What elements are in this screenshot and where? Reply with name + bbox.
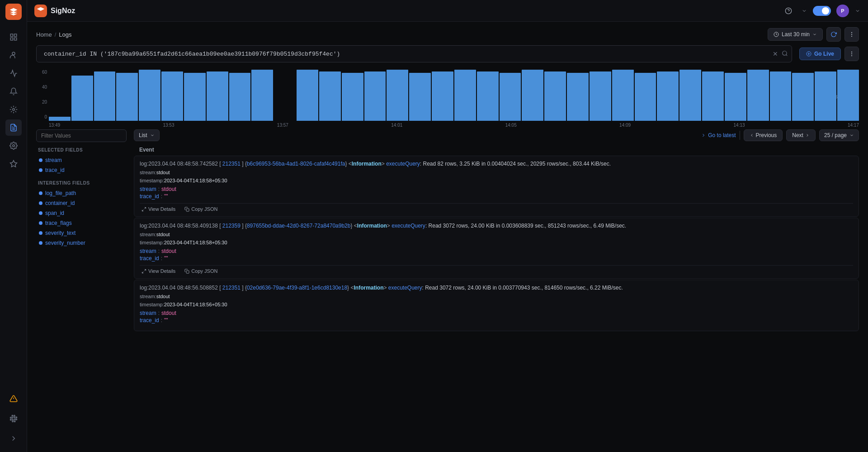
log-fields-1: stream : stdout trace_id : "" [140, 186, 853, 200]
log-guid-2: 897655bd-ddae-42d0-8267-72a8470a9b2b [247, 223, 351, 229]
field-name-log-file-path: log_file_path [45, 190, 76, 196]
user-chevron-icon[interactable] [854, 4, 861, 18]
search-bar-wrapper: ✕ Go Live [27, 45, 868, 66]
search-input[interactable] [40, 51, 773, 57]
nav-metrics-icon[interactable] [5, 65, 22, 81]
field-dot-log-file-path [39, 191, 42, 195]
svg-rect-30 [186, 271, 189, 273]
chart-y-40: 40 [36, 85, 47, 90]
topbar-right: P [781, 4, 861, 18]
view-selector[interactable]: List [134, 129, 160, 141]
refresh-button[interactable] [826, 27, 841, 42]
chart-bar-35 [837, 70, 859, 121]
view-details-btn-1[interactable]: View Details [140, 205, 177, 213]
log-timestamp-2: timestamp:2023-04-04T14:18:58+05:30 [140, 240, 853, 245]
chart-bar-13 [342, 73, 363, 121]
chart-bar-22 [544, 71, 566, 121]
nav-settings-icon[interactable] [5, 138, 22, 154]
chart-area: 60 40 20 0 13:49 13:53 13:57 14:01 14:05 [27, 66, 868, 129]
chart-bar-34 [815, 71, 836, 121]
more-button[interactable] [844, 27, 859, 42]
log-trace-3: 212351 [222, 285, 241, 291]
nav-explore-icon[interactable] [5, 156, 22, 172]
help-chevron-icon[interactable] [801, 4, 807, 18]
chart-y-60: 60 [36, 70, 47, 75]
svg-point-15 [851, 32, 852, 33]
field-name-span-id: span_id [45, 210, 64, 216]
previous-button[interactable]: Previous [744, 129, 783, 141]
chart-bar-25 [612, 70, 634, 121]
log-actions-2: View Details Copy JSON [140, 265, 853, 275]
view-label: List [139, 132, 147, 138]
time-range-label: Last 30 min [782, 31, 810, 38]
svg-point-5 [12, 109, 14, 111]
time-range-button[interactable]: Last 30 min [768, 28, 823, 41]
search-icon [782, 50, 788, 58]
filter-field-stream[interactable]: stream [36, 155, 127, 165]
next-button[interactable]: Next [786, 129, 816, 141]
log-fields-2: stream : stdout trace_id : "" [140, 248, 853, 262]
log-main-line-1: log:2023.04.04 08:48:58.742582 [ 212351 … [140, 160, 853, 168]
chart-bar-33 [792, 73, 814, 121]
breadcrumb: Home / Logs [36, 31, 72, 38]
event-column-header: Event [134, 145, 859, 156]
filter-field-severity-text[interactable]: severity_text [36, 228, 127, 238]
breadcrumb-home[interactable]: Home [36, 31, 52, 38]
selected-fields-label: SELECTED FIELDS [36, 147, 127, 152]
chart-bar-3 [116, 73, 138, 121]
nav-alerts-icon[interactable] [5, 83, 22, 100]
field-name-trace-id: trace_id [45, 167, 65, 173]
nav-traces-icon[interactable] [5, 101, 22, 118]
app-logo[interactable] [5, 4, 22, 20]
filter-field-trace-id[interactable]: trace_id [36, 165, 127, 175]
sidebar [0, 0, 27, 452]
search-clear-icon[interactable]: ✕ [773, 50, 778, 57]
filter-input[interactable] [36, 129, 127, 142]
svg-marker-9 [10, 161, 17, 167]
svg-point-18 [783, 51, 787, 55]
slack-icon[interactable] [5, 410, 22, 427]
log-meta-2: stream:stdout [140, 232, 853, 237]
filter-field-severity-number[interactable]: severity_number [36, 238, 127, 248]
log-list: log:2023.04.04 08:48:58.742582 [ 212351 … [134, 156, 859, 452]
filter-field-trace-flags[interactable]: trace_flags [36, 218, 127, 228]
log-fn-1: executeQuery [386, 161, 420, 167]
view-chevron-icon [150, 133, 155, 138]
theme-toggle[interactable] [813, 6, 831, 16]
chart-bar-7 [207, 71, 228, 121]
log-fn-3: executeQuery [388, 285, 422, 291]
nav-dashboard-icon[interactable] [5, 29, 22, 45]
header-right: Last 30 min [768, 27, 859, 42]
search-more-button[interactable] [844, 47, 859, 61]
log-meta-1: stream:stdout [140, 170, 853, 175]
view-details-btn-2[interactable]: View Details [140, 267, 177, 275]
log-main-line-2: log:2023.04.04 08:48:58.409138 [ 212359 … [140, 222, 853, 230]
help-icon[interactable] [781, 4, 796, 18]
filter-field-log-file-path[interactable]: log_file_path [36, 188, 127, 198]
warning-icon[interactable] [5, 390, 22, 407]
page-size-selector[interactable]: 25 / page [819, 129, 859, 141]
field-dot-container-id [39, 201, 42, 205]
filter-field-container-id[interactable]: container_id [36, 198, 127, 208]
sidebar-bottom [5, 390, 22, 452]
chart-bar-21 [522, 70, 543, 121]
page-wrapper: Home / Logs Last 30 min Last refresh - [27, 22, 868, 452]
filter-field-span-id[interactable]: span_id [36, 208, 127, 218]
copy-json-btn-2[interactable]: Copy JSON [183, 267, 219, 275]
log-field-stream-1: stream : stdout [140, 186, 853, 192]
nav-logs-icon[interactable] [5, 119, 22, 136]
svg-line-26 [142, 209, 143, 211]
nav-user-icon[interactable] [5, 47, 22, 63]
chart-x-1413: 14:13 [734, 123, 745, 128]
user-avatar[interactable]: P [836, 5, 849, 17]
field-name-severity-text: severity_text [45, 230, 75, 236]
chart-bar-1 [71, 76, 93, 121]
page-header: Home / Logs Last 30 min [27, 22, 868, 45]
go-to-latest-button[interactable]: Go to latest [701, 132, 736, 138]
chart-bar-32 [770, 71, 792, 121]
expand-icon[interactable] [5, 430, 22, 447]
go-live-button[interactable]: Go Live [799, 48, 841, 60]
copy-json-label-1: Copy JSON [191, 206, 217, 212]
copy-json-btn-1[interactable]: Copy JSON [183, 205, 219, 213]
field-dot-severity-text [39, 231, 42, 235]
